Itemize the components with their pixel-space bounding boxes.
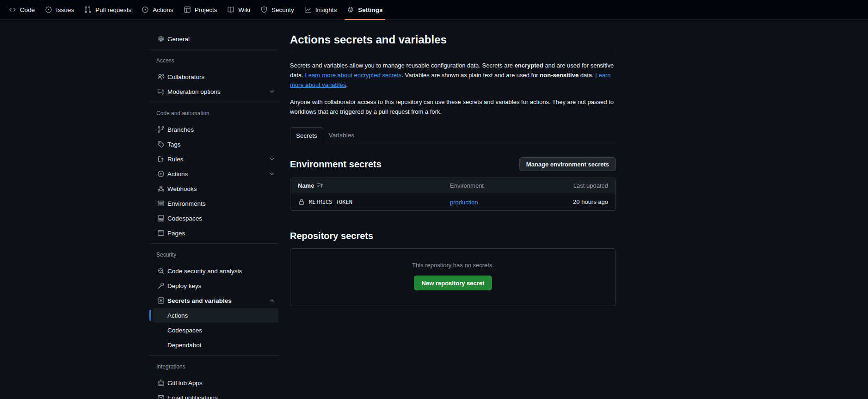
sidebar-item-secrets-and-variables[interactable]: Secrets and variables — [153, 293, 278, 308]
codescan-icon — [157, 267, 165, 275]
repo-nav: Code Issues Pull requests Actions Projec… — [0, 0, 868, 20]
play-icon — [142, 6, 149, 13]
repository-secrets-empty-box: This repository has no secrets. New repo… — [290, 248, 616, 306]
sidebar-item-pages[interactable]: Pages — [153, 226, 278, 240]
shield-icon — [260, 6, 268, 13]
last-updated-value: 20 hours ago — [556, 198, 608, 205]
environment-secrets-table: Name Environment Last updated METRICS_TO… — [290, 178, 616, 211]
codespaces-icon — [157, 215, 165, 222]
sidebar-item-email-notifications[interactable]: Email notifications — [153, 390, 278, 399]
git-pull-request-icon — [84, 6, 92, 13]
chevron-down-icon — [268, 88, 276, 95]
empty-message: This repository has no secrets. — [412, 262, 494, 269]
sidebar-item-moderation-options[interactable]: Moderation options — [153, 84, 278, 99]
lock-icon — [298, 198, 305, 206]
sidebar-item-tags[interactable]: Tags — [153, 137, 278, 152]
repository-secrets-heading: Repository secrets — [290, 231, 616, 241]
sidebar-item-code-security[interactable]: Code security and analysis — [153, 264, 278, 278]
column-header-last-updated: Last updated — [556, 182, 608, 189]
repo-tab-actions[interactable]: Actions — [136, 0, 178, 19]
table-header-row: Name Environment Last updated — [290, 178, 616, 193]
sidebar-item-github-apps[interactable]: GitHub Apps — [153, 375, 278, 390]
intro-text: Secrets and variables allow you to manag… — [290, 61, 616, 90]
sidebar-item-webhooks[interactable]: Webhooks — [153, 181, 278, 196]
sidebar-section-access: Access — [153, 56, 278, 65]
fork-note-text: Anyone with collaborator access to this … — [290, 97, 616, 117]
gear-icon — [157, 35, 165, 43]
gear-icon — [347, 6, 354, 13]
main-content: Actions secrets and variables Secrets an… — [290, 20, 616, 306]
secret-table-row: METRICS_TOKEN production 20 hours ago — [290, 193, 616, 210]
webhook-icon — [157, 185, 165, 192]
sidebar-item-collaborators[interactable]: Collaborators — [153, 69, 278, 84]
sidebar-item-codespaces[interactable]: Codespaces — [153, 211, 278, 226]
tab-secrets[interactable]: Secrets — [290, 127, 323, 144]
github-repo-settings-page: Code Issues Pull requests Actions Projec… — [0, 0, 868, 399]
environment-secrets-heading: Environment secrets — [290, 159, 382, 170]
settings-sidebar: General Access Collaborators Moderation … — [149, 20, 278, 399]
inline-link[interactable]: Learn more about encrypted secrets — [305, 72, 402, 79]
repo-tab-code[interactable]: Code — [4, 0, 40, 19]
mail-icon — [157, 394, 165, 399]
secret-name: METRICS_TOKEN — [309, 199, 352, 205]
sidebar-divider — [149, 355, 278, 356]
sidebar-item-actions[interactable]: Actions — [153, 166, 278, 181]
sidebar-divider — [149, 102, 278, 102]
sidebar-subitem-codespaces[interactable]: Codespaces — [153, 323, 278, 338]
repo-tab-projects[interactable]: Projects — [179, 0, 222, 19]
issue-opened-icon — [45, 6, 52, 13]
repo-tab-security[interactable]: Security — [255, 0, 299, 19]
repo-tab-issues[interactable]: Issues — [40, 0, 79, 19]
graph-icon — [304, 6, 312, 13]
play-icon — [157, 170, 165, 178]
key-icon — [157, 282, 165, 289]
environment-secrets-header: Environment secrets Manage environment s… — [290, 157, 616, 172]
sidebar-section-code-automation: Code and automation — [153, 109, 278, 118]
sidebar-subitem-actions[interactable]: Actions — [153, 308, 278, 323]
repo-tab-insights[interactable]: Insights — [299, 0, 342, 19]
column-header-name[interactable]: Name — [298, 182, 450, 189]
hubot-icon — [157, 379, 165, 387]
column-header-environment: Environment — [450, 182, 556, 189]
sidebar-item-environments[interactable]: Environments — [153, 196, 278, 211]
secrets-variables-tabnav: Secrets Variables — [290, 127, 616, 144]
code-icon — [9, 6, 16, 13]
rules-icon — [157, 155, 165, 163]
sidebar-item-branches[interactable]: Branches — [153, 122, 278, 137]
asterisk-box-icon — [157, 297, 165, 304]
new-repository-secret-button[interactable]: New repository secret — [414, 276, 492, 290]
chevron-down-icon — [268, 170, 276, 178]
browser-icon — [157, 229, 165, 237]
sidebar-item-rules[interactable]: Rules — [153, 152, 278, 166]
sidebar-divider — [149, 49, 278, 49]
repo-tab-settings[interactable]: Settings — [342, 0, 388, 19]
sidebar-section-security: Security — [153, 250, 278, 259]
tab-variables[interactable]: Variables — [323, 127, 360, 144]
sidebar-item-deploy-keys[interactable]: Deploy keys — [153, 278, 278, 293]
repo-tab-wiki[interactable]: Wiki — [222, 0, 255, 19]
book-icon — [227, 6, 234, 13]
tag-icon — [157, 141, 165, 148]
manage-environment-secrets-button[interactable]: Manage environment secrets — [519, 157, 616, 171]
sidebar-section-integrations: Integrations — [153, 362, 278, 371]
people-icon — [157, 73, 165, 80]
comment-discussion-icon — [157, 88, 165, 95]
environment-link[interactable]: production — [450, 199, 478, 206]
git-branch-icon — [157, 126, 165, 133]
page-title: Actions secrets and variables — [290, 32, 616, 51]
rows-icon — [157, 200, 165, 207]
sidebar-subitem-dependabot[interactable]: Dependabot — [153, 338, 278, 352]
chevron-up-icon — [268, 297, 276, 304]
table-icon — [184, 6, 191, 13]
repo-tab-pull-requests[interactable]: Pull requests — [79, 0, 136, 19]
sidebar-item-general[interactable]: General — [153, 31, 278, 46]
sidebar-divider — [149, 243, 278, 244]
chevron-down-icon — [268, 155, 276, 163]
sort-ascending-icon — [316, 182, 324, 189]
